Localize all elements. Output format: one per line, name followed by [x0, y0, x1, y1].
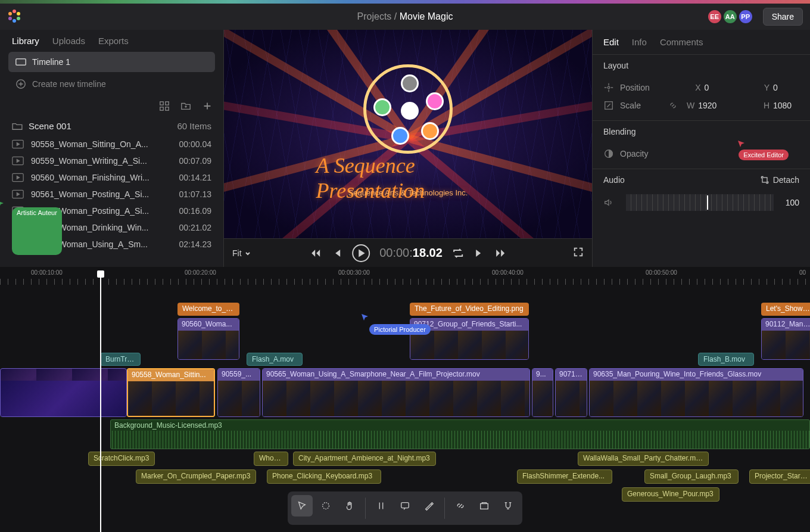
breadcrumb-parent[interactable]: Projects — [357, 11, 392, 21]
scale-h-value[interactable]: 1080 — [773, 101, 799, 110]
video-clip[interactable]: 90565_Woman_Using_A_Smarphone_Near_A_Fil… — [262, 368, 530, 417]
position-x-value[interactable]: 0 — [705, 83, 731, 92]
playhead[interactable] — [100, 270, 101, 532]
file-name: 90558_Woman_Sitting_On_A... — [31, 139, 172, 149]
skip-back-button[interactable] — [309, 247, 321, 259]
video-clip[interactable]: 90559_... — [217, 368, 260, 417]
timeline-item[interactable]: Timeline 1 — [8, 52, 215, 72]
audio-clip[interactable]: Small_Group_Laugh.mp3 — [644, 469, 739, 484]
inspector-panel: Edit Info Comments Layout Position X 0 Y… — [592, 30, 810, 267]
audio-clip[interactable]: City_Apartment_Ambience_at_Night.mp3 — [293, 452, 436, 466]
svg-rect-0 — [16, 59, 26, 66]
title-clip[interactable]: The_Future_of_Video_Editing.png — [410, 303, 529, 316]
effect-clip[interactable]: Flash_B.mov — [698, 353, 754, 366]
audio-clip[interactable]: Phone_Clicking_Keyboard.mp3 — [267, 469, 381, 484]
audio-clip[interactable]: Whoos... — [254, 452, 288, 466]
title-clip[interactable]: Welcome_to_S... — [177, 303, 239, 316]
position-y-value[interactable]: 0 — [773, 83, 799, 92]
file-time: 01:07.13 — [179, 189, 212, 199]
next-frame-button[interactable] — [473, 247, 485, 259]
timeline-panel[interactable]: 00:00:10:00 00:00:20:00 00:00:30:00 00:0… — [0, 267, 810, 532]
ruler-mark: 00 — [799, 269, 806, 276]
video-clip[interactable]: 90711... — [555, 368, 587, 417]
volume-value: 100 — [786, 198, 799, 207]
video-preview[interactable]: A Sequence Presentation Sequence Arts & … — [224, 30, 592, 238]
grid-view-icon[interactable] — [159, 101, 170, 111]
tab-edit[interactable]: Edit — [603, 37, 619, 47]
share-button[interactable]: Share — [763, 8, 803, 26]
fullscreen-button[interactable] — [573, 247, 584, 260]
section-blending: Blending — [603, 127, 799, 136]
marker-tool[interactable] — [418, 495, 440, 517]
folder-add-icon[interactable] — [180, 101, 191, 111]
title-clip[interactable]: Let's_Show_Yo — [761, 303, 810, 316]
video-clip[interactable]: 90635_Man_Pouring_Wine_Into_Friends_Glas… — [589, 368, 803, 417]
effect-clip[interactable]: Flash_A.mov — [247, 353, 303, 366]
avatar[interactable]: AA — [722, 9, 738, 24]
video-clip[interactable]: 90560_Woma... — [177, 318, 239, 360]
link-tool[interactable] — [450, 495, 471, 517]
ruler-mark: 00:00:50:00 — [646, 269, 677, 276]
effect-clip[interactable]: BurnTra... — [100, 353, 141, 366]
avatar[interactable]: EE — [707, 9, 722, 24]
audio-clip[interactable]: Background_Music-Licensed.mp3 — [110, 419, 810, 449]
tab-comments[interactable]: Comments — [660, 37, 703, 47]
video-clip[interactable] — [0, 368, 127, 417]
file-item[interactable]: 90559_Woman_Writing_A_Si...00:07.09 — [6, 153, 217, 169]
link-icon[interactable] — [668, 100, 678, 111]
prev-frame-button[interactable] — [331, 247, 342, 259]
video-clip[interactable]: 9... — [532, 368, 553, 417]
section-layout: Layout — [603, 61, 799, 70]
opacity-icon — [603, 148, 614, 159]
scene-header[interactable]: Scene 001 60 Items — [0, 116, 223, 136]
video-file-icon — [12, 156, 24, 166]
tab-library[interactable]: Library — [12, 36, 39, 46]
tab-info[interactable]: Info — [632, 37, 647, 47]
video-clip[interactable]: 90112_Man_M — [761, 318, 810, 360]
svg-point-17 — [323, 503, 329, 509]
scale-w-value[interactable]: 1920 — [698, 101, 724, 110]
hand-tool[interactable] — [315, 495, 337, 517]
svg-rect-3 — [166, 102, 169, 105]
chevron-down-icon — [244, 250, 251, 257]
audio-clip[interactable]: WallaWalla_Small_Party_Chatter.mp3 — [578, 452, 709, 466]
tab-exports[interactable]: Exports — [98, 36, 129, 46]
timecode-display[interactable]: 00:00:18.02 — [379, 246, 443, 260]
plus-circle-icon — [15, 79, 26, 89]
audio-clip[interactable]: Marker_On_Crumpled_Paper.mp3 — [136, 469, 256, 484]
audio-clip[interactable]: Projector_Start_U — [749, 469, 810, 484]
pan-tool[interactable] — [339, 495, 360, 517]
comment-tool[interactable] — [394, 495, 416, 517]
playback-controls: Fit 00:00:18.02 — [224, 238, 592, 267]
breadcrumb-current: Movie Magic — [400, 11, 453, 21]
collaborator-cursor-label: Pictorial Producer — [369, 324, 431, 335]
timeline-ruler[interactable]: 00:00:10:00 00:00:20:00 00:00:30:00 00:0… — [0, 267, 810, 285]
snap-tool[interactable] — [497, 495, 519, 517]
plus-icon[interactable] — [202, 101, 213, 111]
blade-tool[interactable] — [370, 495, 392, 517]
volume-slider[interactable] — [626, 194, 774, 211]
audio-clip[interactable]: Generous_Wine_Pour.mp3 — [622, 487, 719, 502]
video-clip-selected[interactable]: 90558_Woman_Sittin... — [127, 368, 215, 417]
play-button[interactable] — [352, 244, 370, 262]
pointer-tool[interactable] — [291, 495, 313, 517]
tab-uploads[interactable]: Uploads — [52, 36, 85, 46]
loop-button[interactable] — [452, 247, 464, 259]
audio-clip[interactable]: FlashShimmer_Extende... — [517, 469, 612, 484]
detach-audio-button[interactable]: Detach — [760, 175, 799, 185]
video-file-icon — [12, 139, 24, 149]
preview-subtitle: Sequence Arts & Technologies Inc. — [348, 188, 468, 197]
avatar[interactable]: PP — [738, 9, 753, 24]
video-file-icon — [12, 173, 24, 182]
zoom-fit-dropdown[interactable]: Fit — [232, 248, 251, 258]
group-tool[interactable] — [473, 495, 495, 517]
audio-clip[interactable]: ScratchClick.mp3 — [88, 452, 155, 466]
section-audio: Audio — [603, 175, 625, 185]
file-item[interactable]: 90560_Woman_Finishing_Wri...00:14.21 — [6, 169, 217, 186]
file-item[interactable]: 90561_Woman_Posting_A_Si...01:07.13 — [6, 186, 217, 203]
file-time: 00:16.09 — [179, 206, 212, 216]
create-timeline-button[interactable]: Create new timeline — [8, 72, 215, 96]
skip-forward-button[interactable] — [495, 247, 507, 259]
position-label: Position — [620, 83, 662, 92]
file-item[interactable]: 90558_Woman_Sitting_On_A...00:00.04 — [6, 136, 217, 153]
